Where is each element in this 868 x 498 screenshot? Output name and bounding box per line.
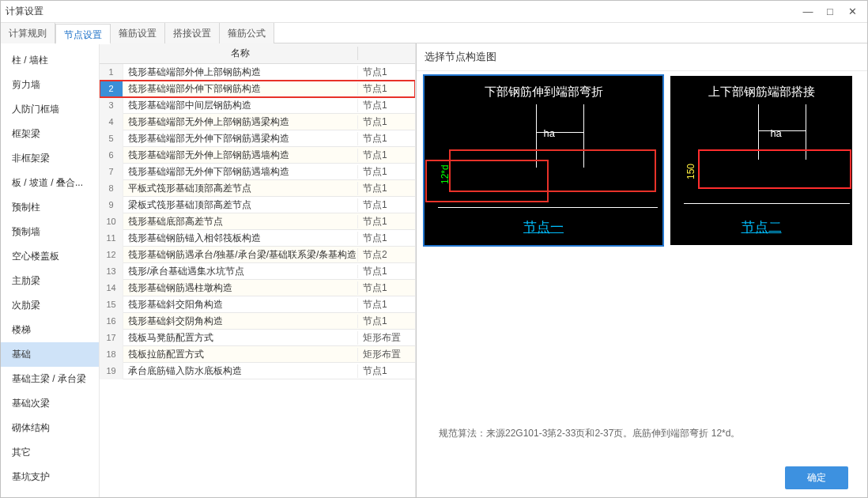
table-row[interactable]: 18筏板拉筋配置方式矩形布置: [100, 346, 415, 363]
node-diagram-2[interactable]: 上下部钢筋端部搭接 ha 150 节点二: [670, 76, 852, 245]
row-node[interactable]: 节点1: [358, 82, 415, 96]
row-name: 梁板式筏形基础顶部高差节点: [123, 198, 358, 212]
tab-stirrup-formula[interactable]: 箍筋公式: [220, 23, 274, 43]
sidebar-item[interactable]: 柱 / 墙柱: [1, 48, 99, 73]
sidebar-item[interactable]: 楼梯: [1, 318, 99, 342]
close-icon[interactable]: ✕: [847, 6, 858, 17]
row-name: 筏形/承台基础遇集水坑节点: [123, 265, 358, 278]
table-row[interactable]: 10筏形基础底部高差节点节点1: [100, 213, 415, 230]
row-name: 筏形基础斜交阳角构造: [123, 298, 358, 311]
row-node[interactable]: 节点1: [358, 265, 415, 278]
row-node[interactable]: 节点1: [358, 215, 415, 228]
table-row[interactable]: 15筏形基础斜交阳角构造节点1: [100, 296, 415, 313]
rebar-shape: [698, 149, 851, 189]
sidebar-item[interactable]: 人防门框墙: [1, 97, 99, 122]
table-row[interactable]: 11筏形基础钢筋锚入相邻筏板构造节点1: [100, 230, 415, 247]
table-row[interactable]: 13筏形/承台基础遇集水坑节点节点1: [100, 263, 415, 280]
sidebar-item[interactable]: 剪力墙: [1, 73, 99, 97]
table-row[interactable]: 16筏形基础斜交阴角构造节点1: [100, 313, 415, 330]
sidebar-item-foundation[interactable]: 基础: [1, 342, 99, 367]
table-row[interactable]: 1筏形基础端部外伸上部钢筋构造节点1: [100, 64, 415, 81]
table-row[interactable]: 17筏板马凳筋配置方式矩形布置: [100, 330, 415, 346]
row-name: 承台底筋锚入防水底板构造: [123, 364, 358, 378]
row-node[interactable]: 节点1: [358, 315, 415, 328]
table-row[interactable]: 3筏形基础端部中间层钢筋构造节点1: [100, 97, 415, 114]
ha-label: ha: [770, 127, 781, 139]
sidebar-item[interactable]: 基础主梁 / 承台梁: [1, 367, 99, 391]
table-row[interactable]: 7筏形基础端部无外伸下部钢筋遇墙构造节点1: [100, 164, 415, 180]
table-row[interactable]: 8平板式筏形基础顶部高差节点节点1: [100, 180, 415, 197]
vert-dim-label: 150: [685, 164, 696, 179]
sidebar-item[interactable]: 预制墙: [1, 220, 99, 244]
sidebar-item[interactable]: 次肋梁: [1, 293, 99, 318]
tab-lap-settings[interactable]: 搭接设置: [165, 23, 220, 43]
diagram-title: 下部钢筋伸到端部弯折: [425, 85, 662, 100]
row-node[interactable]: 节点1: [358, 165, 415, 179]
row-node[interactable]: 节点1: [358, 198, 415, 212]
row-name: 筏形基础端部外伸上部钢筋构造: [123, 66, 358, 79]
rebar-shape: [449, 149, 656, 192]
row-node[interactable]: 节点1: [358, 115, 415, 129]
maximize-icon[interactable]: □: [825, 6, 836, 17]
ha-label: ha: [544, 127, 555, 139]
row-number: 15: [100, 296, 123, 313]
sidebar-item[interactable]: 砌体结构: [1, 416, 99, 440]
node-diagram-1[interactable]: 下部钢筋伸到端部弯折 ha 12*d 节点一: [425, 76, 662, 245]
row-node[interactable]: 节点1: [358, 232, 415, 245]
top-tabs: 计算规则 节点设置 箍筋设置 搭接设置 箍筋公式: [1, 23, 867, 43]
tab-stirrup-settings[interactable]: 箍筋设置: [111, 23, 165, 43]
row-node[interactable]: 矩形布置: [358, 348, 415, 361]
tab-node-settings[interactable]: 节点设置: [55, 24, 111, 44]
title-bar: 计算设置 — □ ✕: [1, 1, 867, 23]
row-node[interactable]: 节点1: [358, 99, 415, 112]
sidebar-item[interactable]: 主肋梁: [1, 269, 99, 293]
row-number: 18: [100, 346, 123, 363]
sidebar-item[interactable]: 基础次梁: [1, 391, 99, 416]
sidebar-item[interactable]: 非框架梁: [1, 146, 99, 171]
sidebar-item[interactable]: 框架梁: [1, 122, 99, 146]
row-name: 筏形基础钢筋锚入相邻筏板构造: [123, 232, 358, 245]
table-row[interactable]: 6筏形基础端部无外伸上部钢筋遇墙构造节点1: [100, 147, 415, 164]
row-node[interactable]: 节点1: [358, 149, 415, 162]
row-node[interactable]: 节点1: [358, 66, 415, 79]
row-number: 2: [100, 81, 123, 97]
row-name: 筏形基础斜交阴角构造: [123, 315, 358, 328]
ok-button[interactable]: 确定: [785, 466, 848, 489]
row-node[interactable]: 节点1: [358, 364, 415, 378]
table-row[interactable]: 5筏形基础端部无外伸下部钢筋遇梁构造节点1: [100, 130, 415, 147]
row-node[interactable]: 节点1: [358, 132, 415, 145]
table-row[interactable]: 14筏形基础钢筋遇柱墩构造节点1: [100, 280, 415, 296]
row-name: 筏板拉筋配置方式: [123, 348, 358, 361]
table-row[interactable]: 4筏形基础端部无外伸上部钢筋遇梁构造节点1: [100, 114, 415, 130]
row-node[interactable]: 节点1: [358, 182, 415, 195]
row-node[interactable]: 节点2: [358, 248, 415, 262]
config-table: 名称 1筏形基础端部外伸上部钢筋构造节点12筏形基础端部外伸下部钢筋构造节点13…: [100, 43, 416, 497]
row-number: 9: [100, 197, 123, 213]
right-panel-title: 选择节点构造图: [417, 43, 867, 71]
row-node[interactable]: 矩形布置: [358, 331, 415, 345]
table-row[interactable]: 9梁板式筏形基础顶部高差节点节点1: [100, 197, 415, 213]
tab-calc-rules[interactable]: 计算规则: [1, 23, 55, 43]
row-node[interactable]: 节点1: [358, 281, 415, 295]
table-row[interactable]: 19承台底筋锚入防水底板构造节点1: [100, 363, 415, 379]
window-title: 计算设置: [4, 5, 802, 18]
window-controls: — □ ✕: [802, 6, 864, 17]
table-row[interactable]: 2筏形基础端部外伸下部钢筋构造节点1: [100, 81, 415, 97]
row-number: 4: [100, 114, 123, 130]
col-name: 名称: [123, 47, 358, 60]
row-number: 5: [100, 130, 123, 147]
diagram-caption: 节点一: [425, 218, 662, 236]
row-name: 筏形基础端部外伸下部钢筋构造: [123, 82, 358, 96]
row-number: 1: [100, 64, 123, 81]
row-name: 筏形基础端部无外伸下部钢筋遇墙构造: [123, 165, 358, 179]
spec-description: 规范算法：来源22G101-3第2-33页和2-37页。底筋伸到端部弯折 12*…: [428, 419, 859, 448]
row-node[interactable]: 节点1: [358, 298, 415, 311]
sidebar-item[interactable]: 预制柱: [1, 195, 99, 220]
sidebar-item[interactable]: 其它: [1, 440, 99, 465]
sidebar-item[interactable]: 空心楼盖板: [1, 244, 99, 269]
minimize-icon[interactable]: —: [802, 6, 813, 17]
sidebar-item[interactable]: 基坑支护: [1, 465, 99, 489]
table-row[interactable]: 12筏形基础钢筋遇承台/独基/承台梁/基础联系梁/条基构造节点2: [100, 247, 415, 263]
row-number: 14: [100, 280, 123, 296]
sidebar-item[interactable]: 板 / 坡道 / 叠合...: [1, 171, 99, 195]
